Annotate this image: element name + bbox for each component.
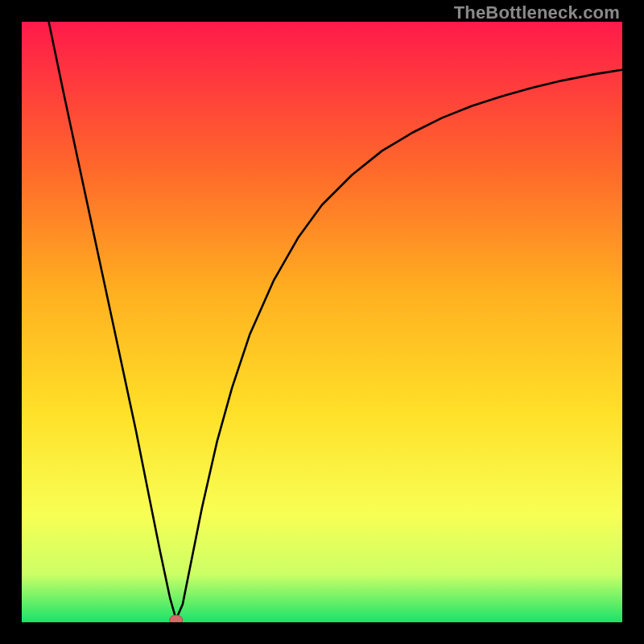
- watermark-text: TheBottleneck.com: [454, 2, 620, 23]
- optimum-marker: [170, 615, 183, 622]
- chart-plot: [22, 22, 622, 622]
- chart-frame: TheBottleneck.com: [0, 0, 644, 644]
